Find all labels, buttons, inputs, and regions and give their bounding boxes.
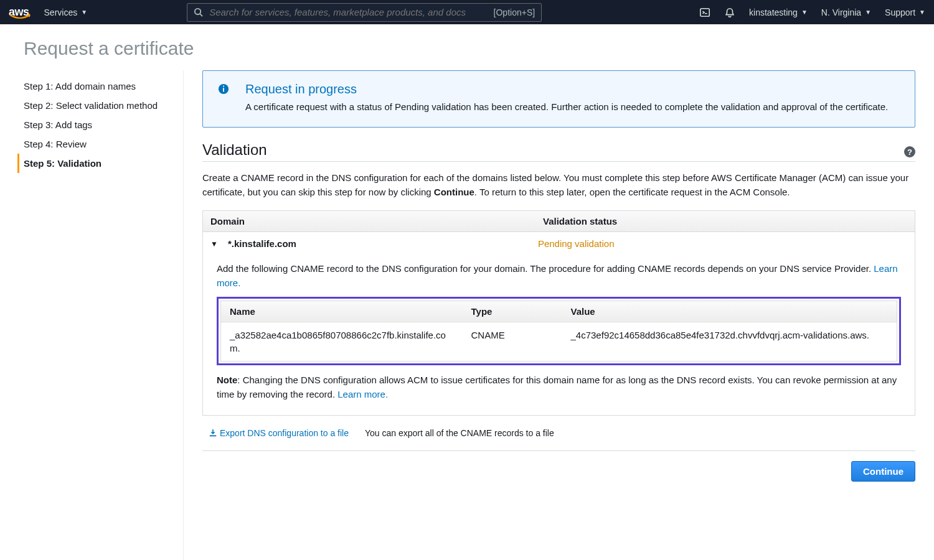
validation-panel: Domain Validation status ▼ *.kinstalife.… [202, 210, 915, 416]
svg-rect-5 [223, 86, 224, 87]
domain-row: ▼ *.kinstalife.com Pending validation [203, 232, 915, 253]
account-menu[interactable]: kinstatesting▼ [749, 7, 808, 17]
record-type: CNAME [463, 322, 562, 361]
wizard-step-4[interactable]: Step 4: Review [17, 134, 183, 154]
validation-table-header: Domain Validation status [203, 211, 915, 232]
learn-more-link-2[interactable]: Learn more. [337, 389, 388, 399]
notifications-icon[interactable] [724, 7, 735, 18]
info-alert: Request in progress A certificate reques… [202, 70, 915, 128]
col-type: Type [463, 301, 562, 322]
nav-right: kinstatesting▼ N. Virginia▼ Support▼ [699, 7, 925, 18]
top-nav: aws Services ▼ [Option+S] kinstatesting▼… [0, 0, 934, 24]
svg-rect-4 [223, 88, 224, 91]
caret-down-icon: ▼ [919, 9, 925, 16]
search-input[interactable] [209, 7, 487, 17]
region-menu[interactable]: N. Virginia▼ [821, 7, 871, 17]
svg-rect-6 [210, 436, 217, 437]
wizard-step-1[interactable]: Step 1: Add domain names [17, 77, 183, 96]
cname-record-table: Name Type Value _a32582ae4ca1b0865f80708… [220, 301, 897, 362]
note: Note: Changing the DNS configuration all… [217, 373, 901, 402]
divider [202, 450, 915, 451]
domain-name: *.kinstalife.com [228, 238, 538, 249]
section-header: Validation ? [202, 141, 915, 162]
wizard-step-2[interactable]: Step 2: Select validation method [17, 96, 183, 115]
col-name: Name [221, 301, 463, 322]
caret-down-icon: ▼ [801, 9, 808, 16]
record-name: _a32582ae4ca1b0865f80708866c2c7fb.kinsta… [221, 322, 463, 361]
cloudshell-icon[interactable] [699, 7, 710, 18]
main-content: Request in progress A certificate reques… [184, 70, 934, 560]
wizard-step-5[interactable]: Step 5: Validation [17, 154, 183, 173]
cname-instructions: Add the following CNAME record to the DN… [217, 261, 901, 291]
svg-line-1 [200, 14, 202, 16]
help-icon[interactable]: ? [904, 146, 915, 157]
support-menu[interactable]: Support▼ [885, 7, 925, 17]
page: Request a certificate Step 1: Add domain… [0, 24, 934, 560]
col-value: Value [562, 301, 897, 322]
svg-point-0 [195, 9, 200, 14]
export-hint: You can export all of the CNAME records … [365, 428, 554, 438]
record-value: _4c73ef92c14658dd36ca85e4fe31732d.chvvfd… [562, 322, 897, 361]
col-status: Validation status [535, 211, 915, 231]
wizard-sidebar: Step 1: Add domain names Step 2: Select … [0, 70, 184, 560]
section-title: Validation [202, 141, 267, 159]
caret-down-icon: ▼ [81, 9, 87, 16]
col-domain: Domain [203, 211, 535, 231]
caret-down-icon: ▼ [865, 9, 871, 16]
continue-button[interactable]: Continue [851, 461, 915, 482]
aws-logo[interactable]: aws [9, 6, 29, 19]
action-row: Continue [202, 461, 915, 482]
wizard-step-3[interactable]: Step 3: Add tags [17, 115, 183, 134]
services-menu[interactable]: Services ▼ [44, 7, 88, 17]
expand-toggle-icon[interactable]: ▼ [210, 240, 218, 248]
info-icon [218, 82, 229, 114]
cname-record-highlight: Name Type Value _a32582ae4ca1b0865f80708… [217, 297, 901, 365]
export-dns-link[interactable]: Export DNS configuration to a file [209, 428, 349, 438]
section-intro: Create a CNAME record in the DNS configu… [202, 170, 915, 200]
alert-title: Request in progress [245, 82, 888, 96]
download-icon [209, 429, 217, 437]
export-row: Export DNS configuration to a file You c… [202, 416, 915, 444]
global-search[interactable]: [Option+S] [187, 3, 542, 22]
validation-status: Pending validation [538, 238, 615, 249]
services-label: Services [44, 7, 78, 17]
alert-body: A certificate request with a status of P… [245, 100, 888, 114]
search-shortcut: [Option+S] [494, 7, 535, 17]
domain-detail: Add the following CNAME record to the DN… [203, 253, 915, 415]
table-row: _a32582ae4ca1b0865f80708866c2c7fb.kinsta… [221, 322, 897, 361]
search-icon [194, 7, 203, 17]
page-title: Request a certificate [0, 24, 934, 70]
